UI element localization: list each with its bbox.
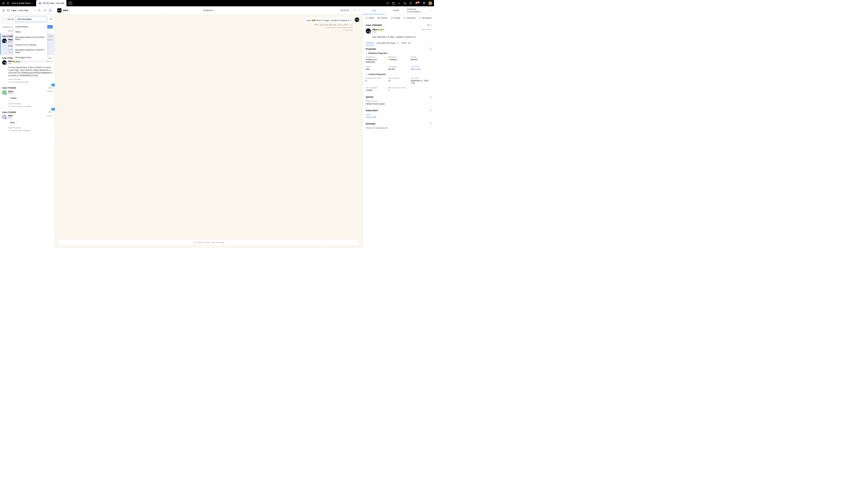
- svg-rect-11: [392, 2, 395, 4]
- secure-custom[interactable]: 2: [388, 89, 409, 92]
- tab-more-icon[interactable]: [429, 9, 434, 12]
- case-preview: Thanks: [8, 95, 18, 100]
- svg-point-28: [431, 10, 432, 11]
- author-avatar: S: [2, 114, 6, 119]
- workspace-selector[interactable]: Core & Social Cloud: [12, 2, 30, 4]
- engagement-score[interactable]: 0: [366, 80, 387, 82]
- case-date: Feb 19: [47, 114, 53, 117]
- chat-icon[interactable]: [422, 2, 425, 5]
- menu-icon[interactable]: [2, 9, 5, 12]
- tab-historical[interactable]: Historical Conversations: [407, 6, 429, 14]
- case-properties-link[interactable]: Case Properties: [8, 127, 53, 129]
- chevron-down-icon: ▼: [31, 2, 33, 4]
- case-properties-link[interactable]: Case Properties: [8, 103, 53, 105]
- refresh-icon[interactable]: [43, 8, 47, 13]
- campaign-value[interactable]: Not Set: [388, 68, 409, 71]
- author-avatar: Z: [2, 90, 6, 95]
- sort-direction-button[interactable]: [49, 17, 53, 21]
- search-queue-icon[interactable]: [37, 8, 42, 13]
- svg-rect-1: [8, 2, 9, 3]
- chevron-up-icon: ⌃: [44, 18, 46, 20]
- svg-rect-2: [9, 2, 9, 3]
- edit-icon[interactable]: [398, 2, 401, 5]
- drag-handle-icon[interactable]: ⋮⋮: [2, 18, 6, 20]
- nav-date[interactable]: September 11, 2020 7:16...: [411, 80, 432, 84]
- case-message: your wait time is 5 days . position in q…: [373, 36, 432, 38]
- workflow-toggle[interactable]: ⌄Workflow Properties: [366, 52, 432, 55]
- user-avatar[interactable]: [428, 1, 432, 5]
- tab-profile[interactable]: Profile: [385, 6, 407, 14]
- help-icon[interactable]: ?: [409, 2, 412, 5]
- custom-toggle[interactable]: ⌄Custom Properties: [366, 73, 432, 76]
- priority-value[interactable]: Medium: [411, 59, 432, 61]
- edit-subscribers-icon[interactable]: ✎: [430, 109, 432, 111]
- edit-summary-icon[interactable]: ✎: [430, 123, 432, 125]
- case-list-item[interactable]: Case #7010403💬 0 S shsh @510 Feb 19 dswe…: [0, 109, 55, 134]
- divider: |: [351, 9, 352, 12]
- macro-action[interactable]: Macro: [364, 16, 376, 20]
- queues-heading: Queues: [366, 96, 374, 98]
- search-icon[interactable]: [386, 2, 389, 5]
- svg-rect-0: [7, 2, 7, 3]
- sort-option[interactable]: Social Network: [13, 24, 47, 30]
- sort-option[interactable]: Associated Salesforce ACCOUNT Name: [13, 35, 47, 42]
- subs-label: Users: [366, 113, 432, 115]
- subscribe-action[interactable]: Subscribe: [402, 16, 417, 20]
- actions-more-icon[interactable]: [433, 16, 434, 20]
- case-date: Feb 26: [47, 90, 53, 92]
- status-value[interactable]: New: [366, 68, 387, 71]
- apps-grid-icon[interactable]: [6, 2, 9, 4]
- notification-count: 86: [417, 1, 420, 3]
- priority-action[interactable]: Priority: [389, 16, 402, 20]
- assigned-to-value[interactable]: Pratham Not Distributed: [366, 59, 387, 63]
- edit-queues-icon[interactable]: ✎: [430, 96, 432, 98]
- case-preview: You are responding to a user comment to …: [8, 66, 53, 77]
- sort-option[interactable]: All Engaged Users: [13, 55, 47, 60]
- archive-action[interactable]: Archive: [376, 16, 389, 20]
- sort-label: Sort by: [7, 18, 14, 20]
- author-name: shsh: [8, 114, 13, 117]
- new-tab-button[interactable]: +: [68, 1, 73, 5]
- reminders-action[interactable]: Reminders: [417, 16, 433, 20]
- comment-count: 💬 0: [49, 57, 53, 59]
- nav-number[interactable]: 12: [388, 80, 409, 82]
- svg-rect-5: [9, 3, 9, 4]
- sprinklr-logo[interactable]: [2, 1, 5, 5]
- case-list-item[interactable]: Case #7010416💬 0 Z Zarco @1137 Feb 26 Th…: [0, 85, 55, 109]
- sentiment-value[interactable]: Neutral: [388, 59, 409, 61]
- associated-messages[interactable]: ✉ 1 Associated message: [8, 81, 53, 83]
- active-tab[interactable]: 👤 (18.7K) Case - Live Chat: [36, 0, 67, 6]
- subs-value[interactable]: Click to add: [366, 116, 432, 119]
- case-properties-link[interactable]: Case Properties: [8, 78, 53, 80]
- case-date: Nov 8, 2019: [422, 29, 431, 34]
- tab-notes[interactable]: Notes56: [402, 41, 411, 46]
- associated-messages[interactable]: ✉ 37 Associated messages: [8, 129, 53, 131]
- summary-heading: Summary: [366, 123, 375, 125]
- sort-dropdown[interactable]: Case Description ⌃: [15, 16, 47, 22]
- refresh-timer-icon[interactable]: [354, 9, 356, 12]
- svg-point-24: [358, 10, 359, 11]
- casetype-value[interactable]: Click to add: [411, 68, 432, 71]
- edit-properties-icon[interactable]: ✎: [430, 48, 432, 50]
- svg-point-22: [50, 10, 51, 11]
- summary-value: There is no summary yet: [366, 127, 432, 129]
- title-chevron-icon[interactable]: ▼: [35, 10, 36, 12]
- select-all-checkbox[interactable]: [7, 9, 10, 12]
- tabs-more-icon[interactable]: [429, 41, 431, 46]
- phone-icon[interactable]: [403, 2, 406, 5]
- moderation-note: ⚠ Moderation User added a note:: [59, 26, 353, 28]
- nav-textarea[interactable]: 123456: [366, 89, 387, 92]
- tab-overview[interactable]: Overview: [366, 41, 374, 46]
- message-bubble: your wait time is 5 days . position in q…: [305, 17, 353, 23]
- case-number-header[interactable]: #7002403 ▼: [203, 9, 215, 12]
- tab-case[interactable]: Case: [363, 6, 385, 14]
- more-icon[interactable]: [358, 9, 360, 12]
- sort-option[interactable]: Sourced From Listening: [13, 42, 47, 48]
- associated-messages[interactable]: ✉ 166 Associated messages: [8, 105, 53, 107]
- calendar-icon[interactable]: [392, 2, 395, 5]
- more-options-icon[interactable]: [48, 8, 53, 13]
- sort-option[interactable]: Associated Salesforce CONTACT Name: [13, 47, 47, 55]
- sort-option[interactable]: Status: [13, 29, 47, 35]
- tab-associated-messages[interactable]: Associated Messages1: [377, 41, 399, 46]
- queues-value[interactable]: Venkat Closed Queue: [366, 103, 432, 105]
